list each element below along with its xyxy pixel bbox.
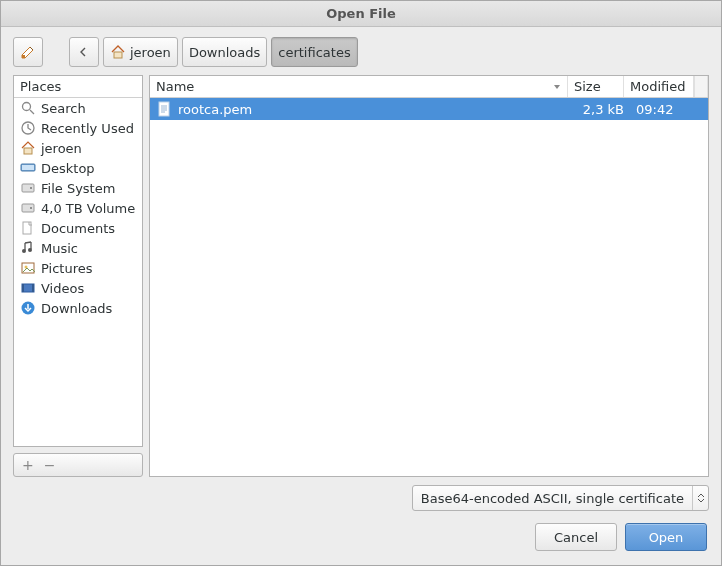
svg-rect-18: [32, 284, 34, 292]
breadcrumb-item-0[interactable]: Downloads: [182, 37, 267, 67]
svg-rect-6: [22, 165, 34, 170]
file-name: rootca.pem: [178, 102, 252, 117]
svg-point-10: [30, 207, 32, 209]
open-button[interactable]: Open: [625, 523, 707, 551]
svg-rect-4: [24, 148, 32, 154]
places-header: Places: [14, 76, 142, 98]
svg-point-2: [23, 103, 31, 111]
file-size: 2,3 kB: [574, 102, 630, 117]
column-size[interactable]: Size: [568, 76, 624, 97]
sort-desc-icon: [553, 83, 561, 91]
breadcrumb-home[interactable]: jeroen: [103, 37, 178, 67]
filter-row: Base64-encoded ASCII, single certificate: [1, 477, 721, 511]
svg-rect-0: [22, 55, 25, 58]
places-item-volume[interactable]: 4,0 TB Volume: [14, 198, 142, 218]
places-panel: Places Search Recently Used jeroen Deskt…: [13, 75, 143, 477]
remove-icon: −: [44, 457, 56, 473]
column-name[interactable]: Name: [150, 76, 568, 97]
svg-rect-17: [22, 284, 24, 292]
cancel-button[interactable]: Cancel: [535, 523, 617, 551]
svg-rect-11: [23, 222, 31, 234]
dialog-buttons: Cancel Open: [1, 511, 721, 565]
places-add-remove[interactable]: + −: [13, 453, 143, 477]
places-item-documents[interactable]: Documents: [14, 218, 142, 238]
svg-point-13: [28, 248, 32, 252]
main-content: Places Search Recently Used jeroen Deskt…: [1, 75, 721, 477]
file-listbox: Name Size Modified rootca.pem 2,3 kB: [149, 75, 709, 477]
scrollbar-header-space: [694, 76, 708, 97]
svg-point-12: [22, 249, 26, 253]
window-title: Open File: [326, 6, 396, 21]
file-icon: [156, 101, 172, 117]
places-item-desktop[interactable]: Desktop: [14, 158, 142, 178]
desktop-icon: [20, 160, 36, 176]
places-item-recent[interactable]: Recently Used: [14, 118, 142, 138]
path-toolbar: jeroen Downloads certificates: [1, 27, 721, 75]
chevron-left-icon: [79, 47, 89, 57]
add-icon: +: [22, 457, 34, 473]
svg-rect-20: [159, 102, 169, 116]
home-icon: [110, 44, 126, 60]
places-item-pictures[interactable]: Pictures: [14, 258, 142, 278]
svg-rect-9: [22, 204, 34, 212]
svg-point-8: [30, 187, 32, 189]
path-back-button[interactable]: [69, 37, 99, 67]
file-row[interactable]: rootca.pem 2,3 kB 09:42: [150, 98, 708, 120]
disk-icon: [20, 180, 36, 196]
svg-rect-7: [22, 184, 34, 192]
search-icon: [20, 100, 36, 116]
disk-icon: [20, 200, 36, 216]
recent-icon: [20, 120, 36, 136]
edit-path-button[interactable]: [13, 37, 43, 67]
file-panel: Name Size Modified rootca.pem 2,3 kB: [149, 75, 709, 477]
file-type-filter[interactable]: Base64-encoded ASCII, single certificate: [412, 485, 709, 511]
downloads-icon: [20, 300, 36, 316]
breadcrumb-item-1[interactable]: certificates: [271, 37, 357, 67]
pencil-icon: [20, 44, 36, 60]
places-item-downloads[interactable]: Downloads: [14, 298, 142, 318]
column-modified[interactable]: Modified: [624, 76, 694, 97]
music-icon: [20, 240, 36, 256]
places-item-filesystem[interactable]: File System: [14, 178, 142, 198]
home-icon: [20, 140, 36, 156]
window-titlebar: Open File: [1, 1, 721, 27]
places-item-music[interactable]: Music: [14, 238, 142, 258]
places-item-videos[interactable]: Videos: [14, 278, 142, 298]
file-modified: 09:42: [630, 102, 700, 117]
pictures-icon: [20, 260, 36, 276]
svg-rect-1: [114, 52, 122, 58]
breadcrumb-home-label: jeroen: [130, 45, 171, 60]
folder-icon: [20, 220, 36, 236]
column-headers: Name Size Modified: [150, 76, 708, 98]
places-item-home[interactable]: jeroen: [14, 138, 142, 158]
places-item-search[interactable]: Search: [14, 98, 142, 118]
videos-icon: [20, 280, 36, 296]
file-rows[interactable]: rootca.pem 2,3 kB 09:42: [150, 98, 708, 476]
file-dialog: Open File jeroen Downloads certificates: [0, 0, 722, 566]
places-list: Places Search Recently Used jeroen Deskt…: [13, 75, 143, 447]
spinner-icon: [692, 486, 708, 510]
